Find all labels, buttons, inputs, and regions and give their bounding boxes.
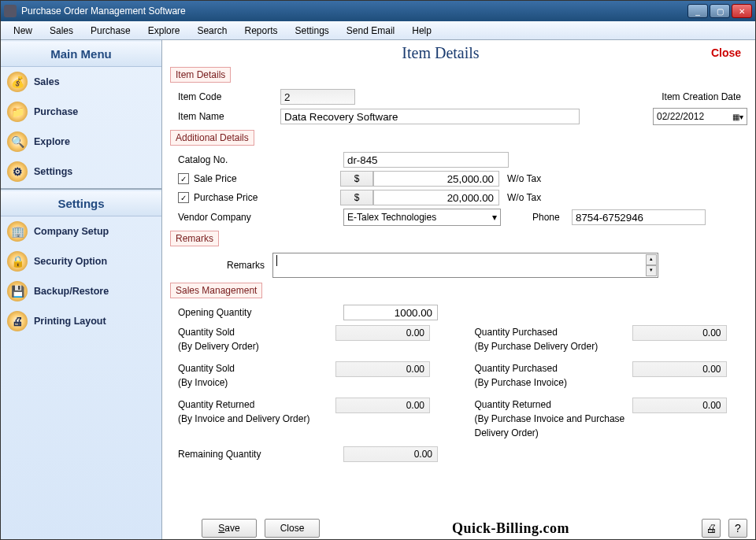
qty-ret-sales-value: 0.00 (335, 398, 430, 413)
label-qty-ret-sales: Quantity Returned (178, 399, 254, 410)
sidebar-item-label: Security Option (34, 256, 107, 267)
sub-by-delivery: (By Delivery Order) (178, 339, 335, 353)
label-qty-sold-do: Quantity Sold (178, 327, 235, 338)
sales-icon: 💰 (7, 72, 28, 92)
close-button[interactable]: Close (265, 519, 320, 538)
label-item-code: Item Code (170, 91, 280, 102)
page-title: Item Details (170, 44, 711, 62)
sidebar-item-sales[interactable]: 💰Sales (1, 67, 161, 97)
watermark: Quick-Billing.com (328, 520, 694, 537)
minimize-button[interactable]: _ (687, 4, 708, 18)
menu-explore[interactable]: Explore (140, 23, 188, 39)
opening-qty-input[interactable] (343, 305, 438, 320)
menu-new[interactable]: New (6, 23, 40, 39)
menu-search[interactable]: Search (189, 23, 235, 39)
creation-date-input[interactable]: 02/22/2012 ▦▾ (653, 108, 747, 125)
label-sale-price: Sale Price (194, 173, 340, 184)
menu-reports[interactable]: Reports (236, 23, 285, 39)
label-remarks: Remarks (170, 260, 272, 271)
sub-by-pdo: (By Purchase Delivery Order) (475, 339, 632, 353)
label-creation-date: Item Creation Date (662, 91, 747, 102)
label-catalog-no: Catalog No. (170, 154, 343, 165)
spin-up-icon[interactable]: ▴ (646, 254, 657, 265)
sub-by-inv-do: (By Invoice and Delivery Order) (178, 412, 335, 426)
vendor-company-select[interactable]: E-Talex Technologies ▾ (343, 209, 501, 226)
sidebar-item-label: Settings (34, 166, 72, 177)
sub-by-invoice: (By Invoice) (178, 375, 335, 390)
vendor-value: E-Talex Technologies (347, 212, 436, 223)
label-qty-ret-purch: Quantity Returned (475, 399, 551, 410)
section-item-details: Item Details (170, 67, 231, 83)
qty-sold-inv-value: 0.00 (335, 361, 430, 377)
label-qty-sold-inv: Quantity Sold (178, 363, 235, 374)
gear-icon: ⚙ (7, 161, 28, 182)
close-link[interactable]: Close (711, 46, 747, 59)
company-icon: 🏢 (7, 221, 28, 242)
section-remarks: Remarks (170, 231, 219, 246)
calendar-icon: ▦▾ (732, 113, 743, 121)
qty-purch-inv-value: 0.00 (632, 361, 727, 377)
chevron-down-icon: ▾ (492, 212, 497, 223)
sidebar-item-label: Purchase (34, 106, 78, 117)
menu-bar: New Sales Purchase Explore Search Report… (1, 21, 755, 40)
sidebar-item-purchase[interactable]: 📁Purchase (1, 97, 161, 127)
menu-settings[interactable]: Settings (287, 23, 337, 39)
label-phone: Phone (532, 212, 572, 223)
sub-by-pinvoice: (By Purchase Invoice) (475, 375, 632, 390)
sidebar-item-label: Company Setup (34, 226, 109, 237)
phone-input[interactable] (572, 209, 706, 225)
purchase-price-checkbox[interactable]: ✓ (178, 192, 189, 203)
maximize-button[interactable]: ▢ (710, 4, 730, 18)
sidebar-item-backup-restore[interactable]: 💾Backup/Restore (1, 276, 161, 306)
currency-symbol-2: $ (340, 190, 373, 205)
print-button[interactable]: 🖨 (702, 519, 721, 538)
label-vendor: Vendor Company (170, 212, 343, 223)
section-sales-mgmt: Sales Management (170, 283, 262, 298)
label-qty-purch-inv: Quantity Purchased (475, 363, 558, 374)
save-button[interactable]: Save (202, 519, 257, 538)
sale-price-checkbox[interactable]: ✓ (178, 173, 189, 184)
settings-header: Settings (1, 191, 161, 216)
sale-price-input[interactable] (373, 171, 499, 187)
label-opening-qty: Opening Quantity (170, 307, 343, 318)
lock-icon: 🔒 (7, 251, 28, 272)
window-title: Purchase Order Management Software (21, 6, 686, 17)
qty-ret-purch-value: 0.00 (632, 398, 727, 413)
item-name-input[interactable] (280, 109, 580, 124)
catalog-no-input[interactable] (343, 152, 509, 168)
app-icon (4, 5, 17, 17)
label-item-name: Item Name (170, 111, 280, 122)
sidebar-item-label: Printing Layout (34, 316, 106, 327)
label-purchase-price: Purchase Price (194, 192, 340, 203)
sidebar-item-printing-layout[interactable]: 🖨Printing Layout (1, 306, 161, 336)
label-remaining-qty: Remaining Quantity (170, 449, 343, 460)
sub-by-pi-pdo: (By Purchase Invoice and Purchase Delive… (475, 412, 632, 440)
help-button[interactable]: ? (728, 519, 747, 538)
purchase-icon: 📁 (7, 102, 28, 122)
sidebar: Main Menu 💰Sales 📁Purchase 🔍Explore ⚙Set… (1, 40, 162, 540)
remarks-input[interactable]: ▴▾ (272, 253, 658, 278)
item-code-input[interactable] (280, 89, 355, 105)
main-menu-header: Main Menu (1, 42, 161, 67)
menu-send-email[interactable]: Send Email (339, 23, 402, 39)
label-wo-tax-sale: W/o Tax (499, 173, 541, 184)
menu-purchase[interactable]: Purchase (83, 23, 139, 39)
label-qty-purch-do: Quantity Purchased (475, 327, 558, 338)
purchase-price-input[interactable] (373, 190, 499, 205)
spin-down-icon[interactable]: ▾ (646, 265, 657, 276)
printer-icon: 🖨 (7, 311, 28, 331)
save-label-rest: ave (224, 523, 239, 534)
sidebar-item-security-option[interactable]: 🔒Security Option (1, 246, 161, 276)
menu-sales[interactable]: Sales (42, 23, 81, 39)
remaining-qty-value: 0.00 (343, 446, 438, 462)
panel-separator (1, 188, 161, 190)
section-additional: Additional Details (170, 130, 254, 146)
title-bar: Purchase Order Management Software _ ▢ ✕ (1, 1, 755, 21)
window-close-button[interactable]: ✕ (732, 4, 752, 18)
sidebar-item-explore[interactable]: 🔍Explore (1, 127, 161, 157)
help-icon: ? (735, 522, 741, 534)
sidebar-item-settings[interactable]: ⚙Settings (1, 157, 161, 187)
menu-help[interactable]: Help (404, 23, 439, 39)
bottom-bar: Save Close Quick-Billing.com 🖨 ? (170, 519, 747, 538)
sidebar-item-company-setup[interactable]: 🏢Company Setup (1, 216, 161, 246)
